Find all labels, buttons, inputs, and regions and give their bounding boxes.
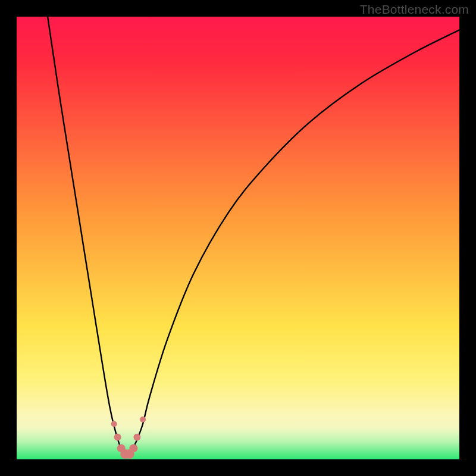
watermark-text: TheBottleneck.com (360, 2, 469, 17)
minimum-marker (133, 434, 140, 441)
minimum-marker (114, 434, 121, 441)
curve-path (48, 17, 459, 456)
minimum-marker (140, 416, 146, 422)
outer-frame: TheBottleneck.com (0, 0, 476, 476)
minimum-marker (111, 421, 117, 427)
bottleneck-curve (17, 17, 459, 459)
minimum-marker (129, 444, 137, 452)
plot-area (17, 17, 459, 459)
curve-minimum-markers (111, 416, 146, 459)
